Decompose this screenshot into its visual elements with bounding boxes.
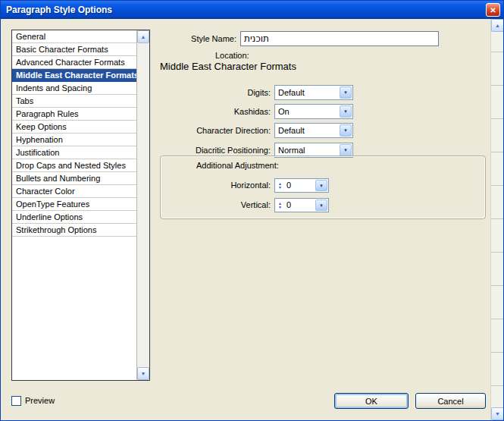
- sidebar-item-general[interactable]: General: [12, 30, 136, 43]
- chevron-down-icon[interactable]: ▼: [340, 105, 352, 118]
- title-bar[interactable]: Paragraph Style Options ✕: [1, 1, 503, 19]
- kashidas-label: Kashidas:: [152, 104, 271, 119]
- options-list: General Basic Character Formats Advanced…: [11, 30, 150, 381]
- horizontal-value: 0: [286, 179, 315, 192]
- character-direction-label: Character Direction:: [152, 123, 271, 138]
- ok-button[interactable]: OK: [334, 393, 409, 409]
- options-list-items: General Basic Character Formats Advanced…: [12, 30, 136, 380]
- sidebar-item-indents-and-spacing[interactable]: Indents and Spacing: [12, 82, 136, 95]
- location-label: Location:: [215, 51, 249, 60]
- sidebar-item-character-color[interactable]: Character Color: [12, 185, 136, 198]
- sidebar-item-middle-east-character-formats[interactable]: Middle East Character Formats: [12, 69, 136, 82]
- vertical-label: Vertical:: [152, 197, 271, 212]
- digits-label: Digits:: [152, 85, 271, 100]
- stepper-arrows-icon[interactable]: ▲▼: [276, 179, 284, 192]
- horizontal-spinner[interactable]: ▲▼ 0 ▼: [274, 178, 329, 193]
- sidebar-item-advanced-character-formats[interactable]: Advanced Character Formats: [12, 56, 136, 69]
- sidebar-item-underline-options[interactable]: Underline Options: [12, 211, 136, 224]
- chevron-down-icon[interactable]: ▼: [340, 86, 352, 99]
- additional-adjustment-title: Additional Adjustment:: [196, 161, 279, 170]
- list-scroll-up-icon[interactable]: ▲: [137, 30, 149, 43]
- cancel-button[interactable]: Cancel: [415, 393, 486, 409]
- app-vertical-scrollbar[interactable]: ▲ ▼: [490, 19, 503, 420]
- options-list-scrollbar[interactable]: ▲ ▼: [136, 30, 149, 380]
- character-direction-select[interactable]: Default ▼: [274, 123, 353, 138]
- sidebar-item-basic-character-formats[interactable]: Basic Character Formats: [12, 43, 136, 56]
- vertical-value: 0: [286, 199, 315, 212]
- vertical-spinner[interactable]: ▲▼ 0 ▼: [274, 198, 329, 212]
- stepper-arrows-icon[interactable]: ▲▼: [276, 199, 284, 212]
- chevron-down-icon[interactable]: ▼: [315, 180, 327, 191]
- style-name-input[interactable]: [240, 31, 439, 46]
- sidebar-item-opentype-features[interactable]: OpenType Features: [12, 198, 136, 211]
- sidebar-item-tabs[interactable]: Tabs: [12, 95, 136, 108]
- style-name-row: Style Name:: [152, 31, 490, 46]
- digits-value: Default: [278, 86, 339, 99]
- character-direction-row: Character Direction: Default ▼: [152, 123, 490, 138]
- close-icon[interactable]: ✕: [486, 3, 500, 17]
- kashidas-value: On: [278, 105, 339, 118]
- sidebar-item-bullets-and-numbering[interactable]: Bullets and Numbering: [12, 172, 136, 185]
- window-title: Paragraph Style Options: [1, 5, 112, 15]
- panel-section-title: Middle East Character Formats: [160, 61, 296, 72]
- horizontal-label: Horizontal:: [152, 178, 271, 193]
- list-scroll-down-icon[interactable]: ▼: [137, 367, 149, 380]
- close-glyph: ✕: [490, 6, 496, 14]
- sidebar-item-justification[interactable]: Justification: [12, 146, 136, 159]
- sidebar-item-keep-options[interactable]: Keep Options: [12, 121, 136, 134]
- chevron-down-icon[interactable]: ▼: [340, 144, 352, 156]
- digits-select[interactable]: Default ▼: [274, 85, 353, 100]
- preview-label: Preview: [25, 396, 55, 406]
- scroll-down-icon[interactable]: ▼: [491, 407, 504, 420]
- paragraph-style-options-dialog: Paragraph Style Options ✕ ▲ ▼ General Ba…: [0, 0, 504, 421]
- sidebar-item-paragraph-rules[interactable]: Paragraph Rules: [12, 108, 136, 121]
- horizontal-row: Horizontal: ▲▼ 0 ▼: [152, 178, 380, 193]
- scroll-up-icon[interactable]: ▲: [491, 19, 504, 32]
- sidebar-item-drop-caps-and-nested-styles[interactable]: Drop Caps and Nested Styles: [12, 159, 136, 172]
- vertical-row: Vertical: ▲▼ 0 ▼: [152, 197, 380, 212]
- kashidas-row: Kashidas: On ▼: [152, 104, 490, 119]
- chevron-down-icon[interactable]: ▼: [340, 124, 352, 137]
- character-direction-value: Default: [278, 124, 339, 137]
- preview-checkbox[interactable]: [11, 396, 21, 406]
- digits-row: Digits: Default ▼: [152, 85, 490, 100]
- chevron-down-icon[interactable]: ▼: [315, 200, 327, 211]
- sidebar-item-hyphenation[interactable]: Hyphenation: [12, 134, 136, 146]
- sidebar-item-strikethrough-options[interactable]: Strikethrough Options: [12, 224, 136, 237]
- style-name-label: Style Name:: [152, 31, 236, 46]
- kashidas-select[interactable]: On ▼: [274, 104, 353, 119]
